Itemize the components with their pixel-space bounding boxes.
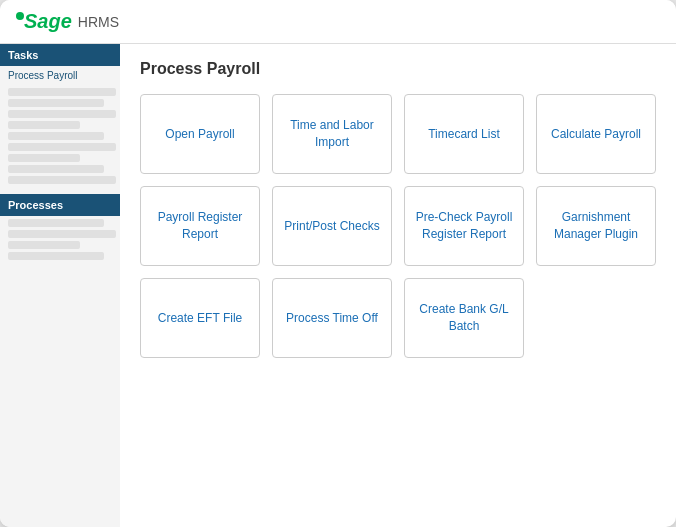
product-name: HRMS: [78, 14, 119, 30]
sidebar-proc-line-2: [8, 230, 116, 238]
sidebar-line-3: [8, 110, 116, 118]
sidebar-line-2: [8, 99, 104, 107]
process-card-7[interactable]: Pre-Check Payroll Register Report: [404, 186, 524, 266]
sidebar-line-8: [8, 165, 104, 173]
sidebar-item-process-payroll[interactable]: Process Payroll: [0, 66, 120, 85]
process-card-1[interactable]: Open Payroll: [140, 94, 260, 174]
process-card-10[interactable]: Process Time Off: [272, 278, 392, 358]
sidebar: Tasks Process Payroll Processes: [0, 44, 120, 527]
app-header: ●Sage HRMS: [0, 0, 676, 44]
sage-logo: ●Sage: [16, 10, 72, 33]
sidebar-proc-line-3: [8, 241, 80, 249]
sidebar-line-6: [8, 143, 116, 151]
process-card-8[interactable]: Garnishment Manager Plugin: [536, 186, 656, 266]
sidebar-line-1: [8, 88, 116, 96]
app-window: ●Sage HRMS Tasks Process Payroll Process…: [0, 0, 676, 527]
process-card-9[interactable]: Create EFT File: [140, 278, 260, 358]
sidebar-proc-line-1: [8, 219, 104, 227]
process-card-12: [536, 278, 656, 358]
page-title: Process Payroll: [140, 60, 656, 78]
sidebar-proc-line-4: [8, 252, 104, 260]
sidebar-line-5: [8, 132, 104, 140]
process-card-2[interactable]: Time and Labor Import: [272, 94, 392, 174]
app-body: Tasks Process Payroll Processes Process …: [0, 44, 676, 527]
processes-header: Processes: [0, 194, 120, 216]
process-card-5[interactable]: Payroll Register Report: [140, 186, 260, 266]
logo-dot: ●: [16, 12, 24, 20]
tasks-header: Tasks: [0, 44, 120, 66]
sidebar-line-4: [8, 121, 80, 129]
main-content: Process Payroll Open PayrollTime and Lab…: [120, 44, 676, 527]
sidebar-line-7: [8, 154, 80, 162]
sidebar-line-9: [8, 176, 116, 184]
process-card-6[interactable]: Print/Post Checks: [272, 186, 392, 266]
process-card-4[interactable]: Calculate Payroll: [536, 94, 656, 174]
process-card-3[interactable]: Timecard List: [404, 94, 524, 174]
process-grid: Open PayrollTime and Labor ImportTimecar…: [140, 94, 656, 358]
process-card-11[interactable]: Create Bank G/L Batch: [404, 278, 524, 358]
